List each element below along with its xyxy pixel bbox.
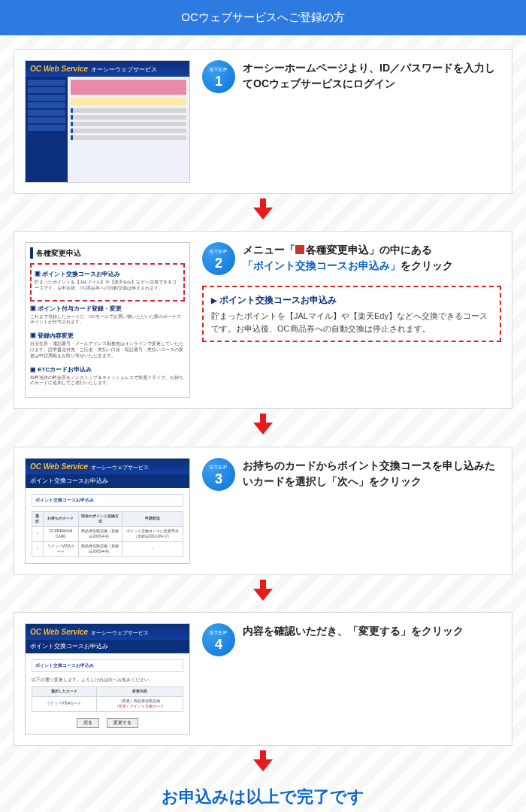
callout-title: ポイント交換コースお申込み: [211, 293, 492, 307]
red-square-icon: [295, 245, 304, 254]
step-card-4: OC Web Serviceオーシーウェブサービス ポイント交換コースお申込み …: [14, 612, 512, 746]
step3-screenshot: OC Web Serviceオーシーウェブサービス ポイント交換コースお申込み …: [25, 458, 190, 564]
step-card-2: 各種変更申込 ▣ ポイント交換コースお申込み 貯まったポイントを【JALマイル】…: [14, 231, 512, 409]
finish-title: お申込みは以上で完了です: [14, 784, 512, 809]
step3-table: 選択お持ちのカード現在のポイント交換方式申請状況 ○OCPREMIUM CARD…: [32, 511, 183, 557]
banner: OCウェブサービスへご登録の方: [0, 0, 526, 35]
step-badge-2: STEP 2: [202, 242, 235, 275]
thumb-brand: OC Web Serviceオーシーウェブサービス: [26, 61, 189, 77]
step-badge-1: STEP 1: [202, 60, 235, 93]
step2-screenshot: 各種変更申込 ▣ ポイント交換コースお申込み 貯まったポイントを【JALマイル】…: [25, 242, 190, 398]
arrow-down-icon: [14, 750, 512, 776]
step-card-1: OC Web Serviceオーシーウェブサービス STEP: [14, 49, 512, 194]
submit-button[interactable]: 変更する: [107, 718, 138, 728]
step2-text: メニュー「各種変更申込」の中にある 「ポイント交換コースお申込み」をクリック: [243, 242, 453, 274]
page-body: OC Web Serviceオーシーウェブサービス STEP: [0, 35, 526, 813]
step4-screenshot: OC Web Serviceオーシーウェブサービス ポイント交換コースお申込み …: [25, 623, 190, 735]
step2-highlight-box: ▣ ポイント交換コースお申込み 貯まったポイントを【JALマイル】や【楽天Edy…: [30, 263, 185, 301]
step2-callout: ポイント交換コースお申込み 貯まったポイントを【JALマイル】や【楽天Edy】な…: [202, 286, 501, 342]
step-badge-3: STEP 3: [202, 458, 235, 491]
step-badge-4: STEP 4: [202, 623, 235, 656]
step1-screenshot: OC Web Serviceオーシーウェブサービス: [25, 60, 190, 183]
callout-body: 貯まったポイントを【JALマイル】や【楽天Edy】などへ交換できるコースです。お…: [211, 310, 492, 335]
step3-text: お持ちのカードからポイント交換コースを申し込みたいカードを選択し「次へ」をクリッ…: [243, 458, 501, 489]
step4-text: 内容を確認いただき、「変更する」をクリック: [243, 623, 464, 639]
banner-title: OCウェブサービスへご登録の方: [181, 11, 345, 23]
step4-table: 選択したカード変更内容 ラクッペVISAカード （変更）商品券自動交換 （変更）…: [32, 686, 183, 712]
arrow-down-icon: [14, 198, 512, 224]
step1-text: オーシーホームページより、ID／パスワードを入力してOCウェブサービスにログイン: [243, 60, 501, 92]
step-card-3: OC Web Serviceオーシーウェブサービス ポイント交換コースお申込み …: [14, 447, 512, 575]
arrow-down-icon: [14, 580, 512, 605]
back-button[interactable]: 戻る: [77, 718, 99, 728]
arrow-down-icon: [14, 414, 512, 439]
